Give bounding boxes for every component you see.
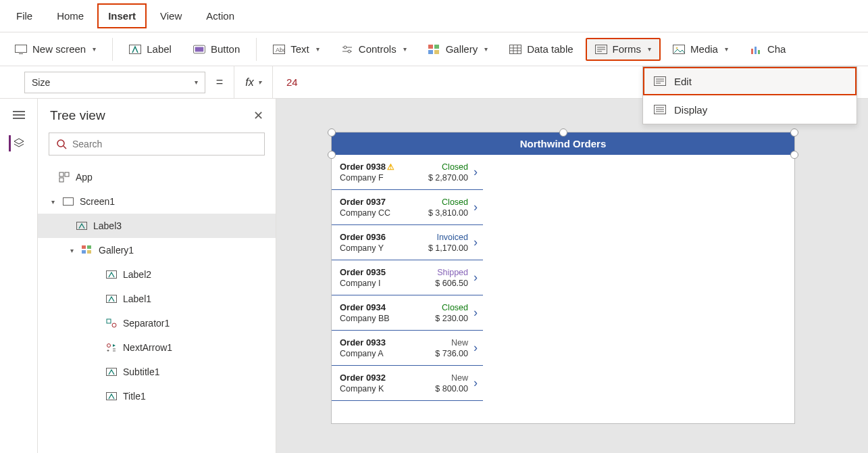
gallery-item[interactable]: Order 0934 Company BB Closed $ 230.00 › — [332, 295, 483, 331]
order-status: Closed — [428, 162, 468, 172]
ribbon-gallery[interactable]: Gallery ▾ — [419, 38, 498, 61]
svg-point-47 — [107, 344, 111, 348]
gallery-item[interactable]: Order 0937 Company CC Closed $ 3,810.00 … — [332, 190, 483, 225]
next-arrow-icon[interactable]: › — [474, 165, 478, 179]
ribbon-text-label: Text — [290, 43, 309, 55]
order-status: Closed — [435, 303, 468, 312]
gallery-list[interactable]: Order 0938⚠ Company F Closed $ 2,870.00 … — [332, 155, 483, 423]
tree-item-label: Label3 — [93, 220, 122, 231]
selection-handle[interactable] — [559, 128, 567, 137]
ribbon-label[interactable]: Label — [120, 38, 181, 61]
order-company: Company BB — [340, 314, 435, 323]
search-input[interactable] — [72, 139, 257, 149]
next-arrow-icon[interactable]: › — [474, 341, 478, 355]
svg-rect-27 — [755, 47, 757, 54]
next-arrow-icon[interactable]: › — [474, 306, 478, 320]
controls-icon — [341, 43, 353, 55]
ribbon-forms-label: Forms — [613, 43, 642, 55]
order-company: Company F — [340, 173, 428, 183]
gallery-item[interactable]: Order 0936 Company Y Invoiced $ 1,170.00… — [332, 225, 483, 260]
selection-handle[interactable] — [328, 128, 336, 137]
tree-item-screen1[interactable]: ▾ Screen1 — [38, 189, 276, 214]
svg-rect-12 — [434, 45, 439, 49]
ribbon-charts[interactable]: Cha — [740, 38, 796, 61]
menu-insert[interactable]: Insert — [97, 3, 147, 28]
tree-item-label2[interactable]: Label2 — [38, 262, 276, 287]
ribbon-media[interactable]: Media ▾ — [663, 38, 738, 61]
ribbon-button[interactable]: Button — [184, 38, 249, 61]
search-box[interactable] — [49, 133, 265, 156]
chevron-down-icon: ▾ — [258, 78, 261, 86]
gallery-item[interactable]: Order 0935 Company I Shipped $ 606.50 › — [332, 260, 483, 295]
menu-home[interactable]: Home — [46, 3, 95, 28]
rail-tree-view[interactable] — [9, 135, 25, 151]
ribbon-new-screen[interactable]: New screen ▾ — [5, 38, 105, 61]
equals-sign: = — [212, 75, 227, 89]
ribbon-data-table[interactable]: Data table — [500, 38, 582, 61]
order-amount: $ 800.00 — [435, 384, 468, 394]
menu-bar: File Home Insert View Action — [0, 0, 868, 32]
forms-edit[interactable]: Edit — [643, 67, 857, 95]
tree-item-separator1[interactable]: Separator1 — [38, 311, 276, 335]
tree-item-label: Separator1 — [123, 318, 170, 329]
gallery-item[interactable]: Order 0938⚠ Company F Closed $ 2,870.00 … — [332, 155, 483, 190]
ribbon-forms[interactable]: Forms ▾ — [586, 38, 661, 61]
fx-label: fx — [245, 76, 253, 89]
gallery-item[interactable]: Order 0933 Company A New $ 736.00 › — [332, 331, 483, 366]
tree-item-gallery1[interactable]: ▾ Gallery1 — [38, 238, 276, 262]
gallery-item[interactable]: Order 0932 Company K New $ 800.00 › — [332, 366, 483, 401]
canvas[interactable]: Northwind Orders Order 0938⚠ Company F C… — [276, 99, 868, 453]
tree-item-label: Title1 — [123, 391, 146, 402]
tree-item-label: Label1 — [123, 293, 151, 304]
tree-header: Tree view ✕ — [38, 99, 276, 128]
next-arrow-icon[interactable]: › — [474, 235, 478, 249]
chevron-down-icon: ▾ — [725, 45, 728, 53]
rail-hamburger[interactable] — [11, 107, 27, 123]
ribbon-media-label: Media — [690, 43, 718, 55]
order-company: Company K — [340, 384, 435, 394]
fx-button[interactable]: fx ▾ — [234, 66, 273, 98]
label-icon — [105, 293, 118, 305]
next-arrow-icon[interactable]: › — [474, 270, 478, 285]
gallery-icon — [81, 244, 93, 256]
ribbon-controls[interactable]: Controls ▾ — [332, 38, 416, 61]
order-amount: $ 230.00 — [435, 314, 468, 323]
text-icon: Abc — [273, 43, 285, 55]
order-status: New — [435, 338, 468, 348]
ribbon-label-text: Label — [147, 43, 172, 55]
forms-display[interactable]: Display — [643, 95, 857, 124]
tree-item-title1[interactable]: Title1 — [38, 384, 276, 408]
tree-title: Tree view — [50, 108, 105, 123]
tree-item-label3[interactable]: Label3 — [38, 214, 276, 238]
selection-handle[interactable] — [790, 151, 798, 159]
orders-gallery: Order 0938⚠ Company F Closed $ 2,870.00 … — [332, 155, 483, 423]
ribbon-text[interactable]: Abc Text ▾ — [263, 38, 329, 61]
tree-item-app[interactable]: App — [38, 165, 276, 189]
menu-file[interactable]: File — [5, 3, 43, 28]
app-icon — [58, 171, 70, 183]
close-icon[interactable]: ✕ — [253, 108, 263, 123]
svg-rect-35 — [65, 172, 69, 176]
tree-item-nextarrow1[interactable]: NextArrow1 — [38, 335, 276, 360]
forms-edit-label: Edit — [674, 76, 692, 87]
tree-item-subtitle1[interactable]: Subtitle1 — [38, 360, 276, 384]
order-id: Order 0932 — [340, 373, 435, 383]
svg-rect-40 — [87, 245, 91, 249]
next-arrow-icon[interactable]: › — [474, 376, 478, 390]
order-id: Order 0936 — [340, 232, 428, 242]
order-company: Company A — [340, 349, 435, 358]
ribbon: New screen ▾ Label Button Abc Text ▾ Con… — [0, 32, 868, 66]
title-banner[interactable]: Northwind Orders — [332, 133, 794, 155]
menu-view[interactable]: View — [149, 3, 193, 28]
tree-list: App ▾ Screen1 Label3 ▾ Gallery1 Label2 — [38, 162, 276, 453]
charts-icon — [750, 43, 762, 55]
next-arrow-icon[interactable]: › — [474, 200, 478, 214]
gallery-icon — [428, 43, 440, 55]
label-icon — [76, 220, 88, 232]
separator — [256, 38, 257, 61]
tree-item-label1[interactable]: Label1 — [38, 287, 276, 311]
ribbon-new-screen-label: New screen — [32, 43, 86, 55]
selection-handle[interactable] — [790, 128, 798, 137]
menu-action[interactable]: Action — [195, 3, 245, 28]
property-dropdown[interactable]: Size ▾ — [24, 72, 205, 93]
